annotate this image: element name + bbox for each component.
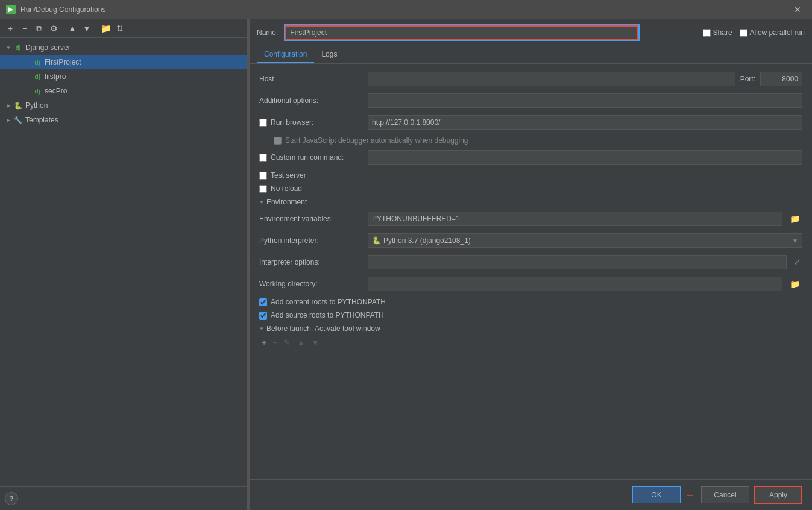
tree-item-secpro[interactable]: dj secPro [0,84,247,98]
test-server-row: Test server [259,171,802,180]
python-interpreter-dropdown[interactable]: 🐍 Python 3.7 (django2108_1) ▼ [368,233,802,248]
ok-button[interactable]: OK [632,486,681,503]
before-launch-add-button[interactable]: + [259,336,269,348]
folder-button[interactable]: 📁 [99,22,112,35]
python-group-icon: 🐍 [13,101,23,110]
help-button[interactable]: ? [5,492,18,505]
toolbar-separator-2 [96,24,96,33]
working-dir-label: Working directory: [259,280,368,288]
config-content: Host: Port: Additional options: Run bro [250,64,812,479]
before-launch-up-button[interactable]: ▲ [294,336,307,348]
before-launch-remove-button[interactable]: − [270,336,280,348]
python-arrow-icon: ▶ [5,102,12,109]
working-dir-field: 📁 [368,277,802,291]
env-vars-edit-button[interactable]: 📁 [787,214,802,224]
move-up-button[interactable]: ▲ [66,22,79,35]
sort-button[interactable]: ⇅ [113,22,127,35]
python-interpreter-arrow-icon: ▼ [792,238,798,244]
close-button[interactable]: ✕ [789,2,806,17]
name-input-wrapper [284,24,640,41]
share-checkbox-label[interactable]: Share [703,28,732,37]
move-down-button[interactable]: ▼ [80,22,93,35]
env-vars-label: Environment variables: [259,215,368,223]
before-launch-arrow-icon: ▼ [259,326,264,332]
tab-logs[interactable]: Logs [314,46,344,63]
tree-toolbar: + − ⧉ ⚙ ▲ ▼ 📁 ⇅ [0,19,247,38]
before-launch-toolbar: + − ✎ ▲ ▼ [259,336,802,348]
firstproject-arrow [24,58,31,66]
cancel-button[interactable]: Cancel [701,486,749,503]
add-content-roots-checkbox[interactable] [259,298,267,306]
run-browser-checkbox[interactable] [259,119,267,127]
add-config-button[interactable]: + [4,22,17,35]
config-tree[interactable]: ▼ dj Django server dj FirstProject dj fi… [0,38,247,486]
tree-item-templates[interactable]: ▶ 🔧 Templates [0,113,247,127]
left-panel: + − ⧉ ⚙ ▲ ▼ 📁 ⇅ ▼ dj Django server dj Fi… [0,19,247,510]
parallel-run-checkbox[interactable] [740,29,747,37]
js-debugger-label: Start JavaScript debugger automatically … [285,136,468,145]
tree-group-python[interactable]: ▶ 🐍 Python [0,98,247,113]
remove-config-button[interactable]: − [18,22,31,35]
django-group-icon: dj [13,43,23,52]
name-input[interactable] [285,25,638,40]
secpro-label: secPro [45,87,67,95]
interpreter-options-expand-button[interactable]: ⤢ [792,257,802,268]
title-bar: ▶ Run/Debug Configurations ✕ [0,0,812,19]
firstproject-icon: dj [33,57,42,67]
additional-options-field [368,93,802,108]
add-source-roots-row: Add source roots to PYTHONPATH [259,311,802,320]
apply-button[interactable]: Apply [754,486,802,504]
custom-run-checkbox[interactable] [259,154,267,162]
port-input[interactable] [760,72,802,86]
name-label: Name: [257,28,278,37]
run-browser-label: Run browser: [271,118,313,127]
js-debugger-checkbox[interactable] [274,137,282,145]
window-title: Run/Debug Configurations [20,5,789,14]
additional-options-input[interactable] [368,93,802,108]
run-browser-input[interactable] [368,115,802,130]
before-launch-header[interactable]: ▼ Before launch: Activate tool window [259,324,802,333]
host-field: Port: [368,72,802,86]
add-source-roots-checkbox[interactable] [259,312,267,320]
copy-config-button[interactable]: ⧉ [33,22,46,35]
no-reload-checkbox[interactable] [259,185,267,193]
custom-run-input[interactable] [368,150,802,165]
environment-section[interactable]: ▼ Environment [259,198,802,206]
tree-item-firstproject[interactable]: dj FirstProject [0,55,247,69]
secpro-icon: dj [33,86,42,96]
run-browser-row: Run browser: [259,115,802,130]
secpro-arrow [24,87,31,95]
host-row: Host: Port: [259,71,802,87]
environment-label: Environment [266,198,307,206]
test-server-checkbox[interactable] [259,172,267,180]
env-vars-value: PYTHONUNBUFFERED=1 [372,215,778,223]
tree-group-django[interactable]: ▼ dj Django server [0,40,247,55]
help-area: ? [0,486,247,510]
tree-item-fiistpro[interactable]: dj fiistpro [0,69,247,84]
fiistpro-label: fiistpro [45,72,66,81]
before-launch-edit-button[interactable]: ✎ [281,336,293,348]
name-bar: Name: Share Allow parallel run [250,19,812,46]
python-group-label: Python [25,101,48,110]
interpreter-options-label: Interpreter options: [259,258,368,266]
custom-run-row: Custom run command: [259,150,802,165]
host-input[interactable] [368,72,735,86]
arrow-indicator: ← [685,490,695,500]
env-vars-container: PYTHONUNBUFFERED=1 [368,212,782,226]
parallel-run-checkbox-label[interactable]: Allow parallel run [740,28,805,37]
before-launch-down-button[interactable]: ▼ [309,336,322,348]
templates-label: Templates [25,116,58,124]
toolbar-separator-1 [63,24,63,33]
interpreter-options-field: ⤢ [368,255,802,269]
django-group-label: Django server [25,43,71,52]
share-checkbox[interactable] [703,29,711,37]
add-source-roots-label: Add source roots to PYTHONPATH [271,311,384,320]
host-label: Host: [259,75,368,83]
settings-button[interactable]: ⚙ [47,22,60,35]
interpreter-options-input[interactable] [368,255,787,269]
python-interpreter-value: Python 3.7 (django2108_1) [383,236,471,245]
working-dir-input[interactable] [368,277,782,291]
working-dir-browse-button[interactable]: 📁 [787,279,802,289]
tab-configuration[interactable]: Configuration [257,46,314,63]
working-dir-row: Working directory: 📁 [259,276,802,292]
